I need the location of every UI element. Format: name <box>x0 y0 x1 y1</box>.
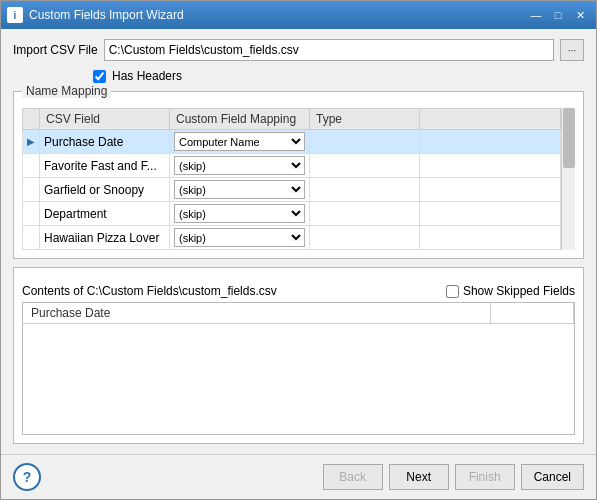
contents-table: Purchase Date <box>23 303 574 324</box>
table-row[interactable]: ▶ Purchase Date Computer Name (skip) <box>23 130 561 154</box>
name-mapping-label: Name Mapping <box>22 84 111 98</box>
extra-cell <box>420 154 561 178</box>
table-scrollbar[interactable] <box>561 108 575 250</box>
show-skipped-row: Show Skipped Fields <box>446 284 575 298</box>
extra-cell <box>420 130 561 154</box>
type-cell <box>310 154 420 178</box>
cancel-button[interactable]: Cancel <box>521 464 584 490</box>
type-cell <box>310 178 420 202</box>
has-headers-label: Has Headers <box>112 69 182 83</box>
extra-cell <box>420 202 561 226</box>
main-window: i Custom Fields Import Wizard — □ ✕ Impo… <box>0 0 597 500</box>
table-row[interactable]: Garfield or Snoopy (skip) Computer Name <box>23 178 561 202</box>
back-button[interactable]: Back <box>323 464 383 490</box>
mapping-cell: (skip) Computer Name <box>170 154 310 178</box>
csv-field-cell: Purchase Date <box>40 130 170 154</box>
type-cell <box>310 202 420 226</box>
row-indicator <box>23 202 40 226</box>
mapping-select[interactable]: (skip) Computer Name <box>174 228 305 247</box>
contents-col-header-0: Purchase Date <box>23 303 491 324</box>
csv-field-cell: Hawaiian Pizza Lover <box>40 226 170 250</box>
main-content: Import CSV File ··· Has Headers Name Map… <box>1 29 596 454</box>
row-indicator <box>23 226 40 250</box>
row-indicator: ▶ <box>23 130 40 154</box>
contents-col-header-1 <box>491 303 574 324</box>
has-headers-row: Has Headers <box>13 69 584 83</box>
table-row[interactable]: Hawaiian Pizza Lover (skip) Computer Nam… <box>23 226 561 250</box>
help-button[interactable]: ? <box>13 463 41 491</box>
mapping-table-wrapper: CSV Field Custom Field Mapping Type <box>22 108 575 250</box>
csv-field-cell: Department <box>40 202 170 226</box>
col-mapping-header: Custom Field Mapping <box>170 109 310 130</box>
contents-box: Purchase Date <box>22 302 575 435</box>
extra-cell <box>420 178 561 202</box>
file-label: Import CSV File <box>13 43 98 57</box>
title-bar: i Custom Fields Import Wizard — □ ✕ <box>1 1 596 29</box>
mapping-cell: Computer Name (skip) <box>170 130 310 154</box>
col-extra-header <box>420 109 561 130</box>
minimize-button[interactable]: — <box>526 7 546 23</box>
show-skipped-checkbox[interactable] <box>446 285 459 298</box>
type-cell <box>310 226 420 250</box>
row-indicator <box>23 154 40 178</box>
mapping-select[interactable]: Computer Name (skip) <box>174 132 305 151</box>
col-type-header: Type <box>310 109 420 130</box>
contents-section: Contents of C:\Custom Fields\custom_fiel… <box>13 267 584 444</box>
mapping-table: CSV Field Custom Field Mapping Type <box>22 108 561 250</box>
nav-buttons: Back Next Finish Cancel <box>323 464 584 490</box>
bottom-bar: ? Back Next Finish Cancel <box>1 454 596 499</box>
window-icon: i <box>7 7 23 23</box>
mapping-cell: (skip) Computer Name <box>170 178 310 202</box>
contents-label: Contents of C:\Custom Fields\custom_fiel… <box>22 284 277 298</box>
extra-cell <box>420 226 561 250</box>
csv-field-cell: Garfield or Snoopy <box>40 178 170 202</box>
type-cell <box>310 130 420 154</box>
row-indicator <box>23 178 40 202</box>
window-controls: — □ ✕ <box>526 7 590 23</box>
col-csv-header: CSV Field <box>40 109 170 130</box>
scrollbar-thumb <box>563 108 575 168</box>
file-row: Import CSV File ··· <box>13 39 584 61</box>
csv-field-cell: Favorite Fast and F... <box>40 154 170 178</box>
contents-header: Contents of C:\Custom Fields\custom_fiel… <box>22 284 575 298</box>
window-title: Custom Fields Import Wizard <box>29 8 526 22</box>
col-indicator-header <box>23 109 40 130</box>
maximize-button[interactable]: □ <box>548 7 568 23</box>
mapping-select[interactable]: (skip) Computer Name <box>174 156 305 175</box>
show-skipped-label: Show Skipped Fields <box>463 284 575 298</box>
mapping-select[interactable]: (skip) Computer Name <box>174 180 305 199</box>
table-row[interactable]: Favorite Fast and F... (skip) Computer N… <box>23 154 561 178</box>
mapping-cell: (skip) Computer Name <box>170 202 310 226</box>
table-row[interactable]: Department (skip) Computer Name <box>23 202 561 226</box>
next-button[interactable]: Next <box>389 464 449 490</box>
name-mapping-section: Name Mapping CSV Field Custom Field Mapp… <box>13 91 584 259</box>
mapping-cell: (skip) Computer Name <box>170 226 310 250</box>
mapping-select[interactable]: (skip) Computer Name <box>174 204 305 223</box>
file-input[interactable] <box>104 39 554 61</box>
close-button[interactable]: ✕ <box>570 7 590 23</box>
finish-button[interactable]: Finish <box>455 464 515 490</box>
file-browse-button[interactable]: ··· <box>560 39 584 61</box>
has-headers-checkbox[interactable] <box>93 70 106 83</box>
